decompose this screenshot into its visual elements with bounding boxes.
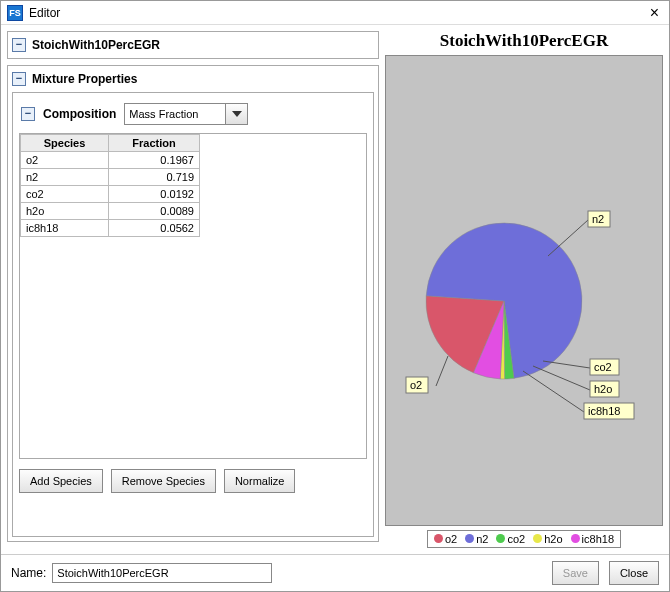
- collapse-toggle-outer[interactable]: −: [12, 38, 26, 52]
- svg-line-10: [533, 366, 590, 390]
- left-pane: − StoichWith10PercEGR − Mixture Properti…: [7, 31, 379, 548]
- swatch-co2: [496, 534, 505, 543]
- composition-combo-input[interactable]: [125, 104, 225, 124]
- body: − StoichWith10PercEGR − Mixture Properti…: [1, 25, 669, 554]
- svg-text:o2: o2: [410, 379, 422, 391]
- swatch-h2o: [533, 534, 542, 543]
- legend-item: ic8h18: [571, 533, 614, 545]
- chevron-down-icon: [232, 111, 242, 117]
- app-icon: FS: [7, 5, 23, 21]
- table-row[interactable]: o2 0.1967: [21, 152, 200, 169]
- svg-line-4: [548, 220, 588, 256]
- svg-text:co2: co2: [594, 361, 612, 373]
- mixture-properties-group: − Mixture Properties − Composition: [7, 65, 379, 542]
- legend-label: h2o: [544, 533, 562, 545]
- cell-fraction[interactable]: 0.719: [109, 169, 200, 186]
- legend-label: co2: [507, 533, 525, 545]
- composition-combo-button[interactable]: [225, 104, 247, 124]
- legend-item: o2: [434, 533, 457, 545]
- swatch-ic8h18: [571, 534, 580, 543]
- svg-text:ic8h18: ic8h18: [588, 405, 620, 417]
- cell-species[interactable]: co2: [21, 186, 109, 203]
- cell-fraction[interactable]: 0.0089: [109, 203, 200, 220]
- mixture-outer-header: − StoichWith10PercEGR: [12, 36, 374, 54]
- svg-text:n2: n2: [592, 213, 604, 225]
- legend-label: n2: [476, 533, 488, 545]
- cell-species[interactable]: h2o: [21, 203, 109, 220]
- legend-label: o2: [445, 533, 457, 545]
- editor-window: FS Editor × − StoichWith10PercEGR − Mixt…: [0, 0, 670, 592]
- table-row[interactable]: ic8h18 0.0562: [21, 220, 200, 237]
- window-title: Editor: [29, 6, 646, 20]
- svg-line-1: [436, 356, 448, 386]
- cell-species[interactable]: n2: [21, 169, 109, 186]
- svg-line-7: [543, 361, 590, 368]
- mixture-properties-header: − Mixture Properties: [12, 70, 374, 88]
- legend-item: co2: [496, 533, 525, 545]
- name-input[interactable]: [52, 563, 272, 583]
- composition-combo[interactable]: [124, 103, 248, 125]
- fraction-header[interactable]: Fraction: [109, 135, 200, 152]
- pie-chart: o2n2co2h2oic8h18: [388, 56, 660, 525]
- cell-fraction[interactable]: 0.1967: [109, 152, 200, 169]
- species-table: Species Fraction o2 0.1967 n2: [20, 134, 200, 237]
- composition-label: Composition: [43, 107, 116, 121]
- add-species-button[interactable]: Add Species: [19, 469, 103, 493]
- table-row[interactable]: n2 0.719: [21, 169, 200, 186]
- legend-label: ic8h18: [582, 533, 614, 545]
- legend-item: n2: [465, 533, 488, 545]
- chart-panel: o2n2co2h2oic8h18: [385, 55, 663, 526]
- normalize-button[interactable]: Normalize: [224, 469, 296, 493]
- name-label: Name:: [11, 566, 46, 580]
- collapse-toggle-mixture[interactable]: −: [12, 72, 26, 86]
- swatch-n2: [465, 534, 474, 543]
- collapse-toggle-composition[interactable]: −: [21, 107, 35, 121]
- mixture-outer-group: − StoichWith10PercEGR: [7, 31, 379, 59]
- species-header[interactable]: Species: [21, 135, 109, 152]
- table-row[interactable]: co2 0.0192: [21, 186, 200, 203]
- legend-item: h2o: [533, 533, 562, 545]
- svg-text:h2o: h2o: [594, 383, 612, 395]
- close-button[interactable]: Close: [609, 561, 659, 585]
- remove-species-button[interactable]: Remove Species: [111, 469, 216, 493]
- close-icon[interactable]: ×: [646, 4, 663, 22]
- panel-title: StoichWith10PercEGR: [32, 38, 160, 52]
- footer: Name: Save Close: [1, 554, 669, 591]
- species-buttons: Add Species Remove Species Normalize: [19, 469, 367, 493]
- cell-species[interactable]: o2: [21, 152, 109, 169]
- titlebar: FS Editor ×: [1, 1, 669, 25]
- cell-fraction[interactable]: 0.0562: [109, 220, 200, 237]
- cell-species[interactable]: ic8h18: [21, 220, 109, 237]
- chart-title: StoichWith10PercEGR: [385, 31, 663, 51]
- svg-line-13: [523, 371, 584, 412]
- svg-marker-0: [232, 111, 242, 117]
- species-table-wrap: Species Fraction o2 0.1967 n2: [19, 133, 367, 459]
- cell-fraction[interactable]: 0.0192: [109, 186, 200, 203]
- table-row[interactable]: h2o 0.0089: [21, 203, 200, 220]
- save-button[interactable]: Save: [552, 561, 599, 585]
- right-pane: StoichWith10PercEGR o2n2co2h2oic8h18 o2 …: [385, 31, 663, 548]
- legend: o2 n2 co2 h2o ic8h18: [427, 530, 621, 548]
- swatch-o2: [434, 534, 443, 543]
- mixture-properties-title: Mixture Properties: [32, 72, 137, 86]
- composition-row: − Composition: [21, 103, 367, 125]
- composition-group: − Composition: [12, 92, 374, 537]
